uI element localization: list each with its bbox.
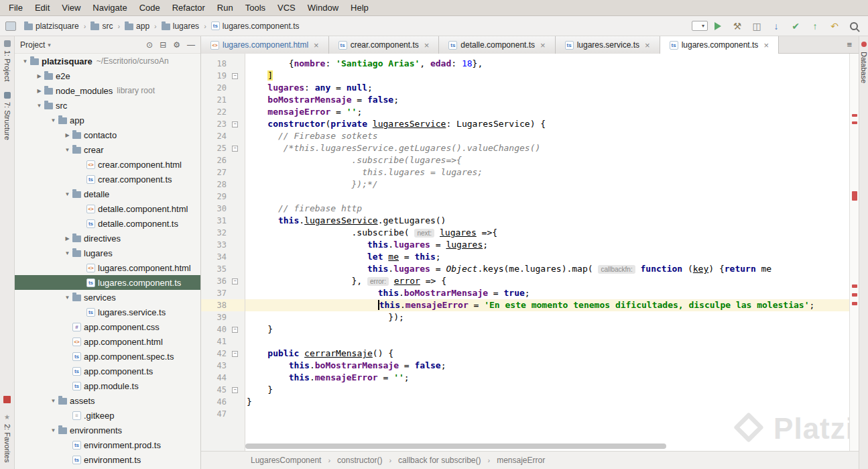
nav-vcs-update-icon[interactable]: ↓: [770, 20, 782, 32]
nav-open-recent-icon[interactable]: ◫: [751, 20, 763, 32]
nav-run-icon[interactable]: [712, 20, 724, 32]
tree-item-app[interactable]: ▼app: [15, 113, 200, 127]
gutter-line-22[interactable]: 22: [201, 106, 245, 118]
tree-item-platzisquare[interactable]: ▼platzisquare~/Escritorio/cursoAn: [15, 54, 200, 68]
fold-marker-icon[interactable]: −: [232, 387, 238, 393]
code-line-31[interactable]: this.lugaresService.getLugares(): [245, 215, 859, 227]
menu-item-tools[interactable]: Tools: [239, 0, 271, 15]
tab-lugares-component-html[interactable]: <>lugares.component.html×: [201, 36, 329, 54]
collapse-arrow-icon[interactable]: ▼: [48, 398, 58, 404]
tree-item-src[interactable]: ▼src: [15, 98, 200, 113]
tree-item-crear-component-ts[interactable]: tscrear.component.ts: [15, 172, 200, 187]
tree-item-detalle[interactable]: ▼detalle: [15, 187, 200, 201]
code-line-35[interactable]: this.lugares = Object.keys(me.lugares).m…: [245, 263, 859, 275]
code-line-29[interactable]: [245, 191, 859, 203]
code-line-38[interactable]: this.mensajeError = 'En este momento ten…: [245, 299, 859, 311]
menu-item-edit[interactable]: Edit: [29, 0, 56, 15]
code-line-23[interactable]: constructor(private lugaresService: Luga…: [245, 118, 859, 130]
gutter-line-25[interactable]: 25−: [201, 142, 245, 154]
gutter-line-31[interactable]: 31: [201, 215, 245, 227]
gutter-line-27[interactable]: 27: [201, 166, 245, 178]
collapse-arrow-icon[interactable]: ▼: [20, 58, 30, 64]
menu-item-window[interactable]: Window: [302, 0, 345, 15]
gutter-line-28[interactable]: 28: [201, 178, 245, 191]
breadcrumb-item-lugares-component-ts[interactable]: tslugares.component.ts: [208, 20, 302, 32]
code-line-32[interactable]: .subscribe( next: lugares =>{: [245, 227, 859, 239]
error-stripe[interactable]: [849, 54, 859, 451]
locate-icon[interactable]: ⊙: [146, 40, 153, 50]
tree-item-lugares[interactable]: ▼lugares: [15, 246, 200, 260]
gutter-line-39[interactable]: 39: [201, 311, 245, 323]
breadcrumb-item-lugares[interactable]: lugares: [159, 20, 202, 32]
code-line-41[interactable]: [245, 335, 859, 348]
gutter-line-41[interactable]: 41: [201, 335, 245, 348]
editor-breadcrumb-constructor-[interactable]: constructor(): [336, 455, 383, 466]
code-line-37[interactable]: this.boMostrarMensaje = true;: [245, 287, 859, 299]
code-line-47[interactable]: [245, 408, 859, 420]
code-line-26[interactable]: .subscribe(lugares=>{: [245, 154, 859, 166]
error-stripe-mark[interactable]: [852, 121, 857, 124]
menu-item-run[interactable]: Run: [211, 0, 239, 15]
collapse-all-icon[interactable]: ⊟: [160, 40, 166, 50]
expand-arrow-icon[interactable]: ▶: [34, 88, 44, 94]
horizontal-scrollbar-thumb[interactable]: [245, 444, 666, 449]
gutter-line-21[interactable]: 21: [201, 94, 245, 106]
fold-marker-icon[interactable]: −: [232, 73, 238, 79]
code-line-18[interactable]: {nombre: 'Santiago Arias', edad: 18},: [245, 58, 859, 70]
code-line-28[interactable]: });*/: [245, 178, 859, 191]
expand-arrow-icon[interactable]: ▶: [34, 73, 44, 79]
fold-marker-icon[interactable]: −: [232, 327, 238, 333]
tree-item-contacto[interactable]: ▶contacto: [15, 127, 200, 142]
code-line-36[interactable]: }, error: error => {: [245, 275, 859, 287]
tree-item-detalle-component-html[interactable]: <>detalle.component.html: [15, 201, 200, 216]
nav-vcs-commit-icon[interactable]: ✔: [790, 20, 802, 32]
code-line-27[interactable]: this.lugares = lugares;: [245, 166, 859, 178]
tree-item-node-modules[interactable]: ▶node_moduleslibrary root: [15, 83, 200, 98]
collapse-arrow-icon[interactable]: ▼: [62, 250, 72, 256]
editor-breadcrumb-mensajeerror[interactable]: mensajeError: [495, 455, 546, 466]
nav-rollback-icon[interactable]: ↶: [828, 20, 841, 32]
code-line-25[interactable]: /*this.lugaresService.getLugares().value…: [245, 142, 859, 154]
tree-item-assets[interactable]: ▼assets: [15, 393, 200, 408]
nav-vcs-push-icon[interactable]: ↑: [809, 20, 821, 32]
gutter-line-33[interactable]: 33: [201, 239, 245, 251]
collapse-arrow-icon[interactable]: ▼: [62, 147, 72, 153]
error-stripe-mark[interactable]: [852, 114, 857, 117]
error-stripe-mark[interactable]: [852, 191, 857, 201]
menu-item-vcs[interactable]: VCS: [271, 0, 302, 15]
expand-arrow-icon[interactable]: ▶: [62, 132, 72, 138]
tree-item-directives[interactable]: ▶directives: [15, 231, 200, 246]
gutter-line-35[interactable]: 35: [201, 263, 245, 275]
gutter-line-38[interactable]: 38: [201, 299, 245, 311]
gutter-line-44[interactable]: 44: [201, 372, 245, 384]
tree-item-services[interactable]: ▼services: [15, 290, 200, 305]
tab-close-icon[interactable]: ×: [763, 40, 769, 50]
gutter-line-29[interactable]: 29: [201, 191, 245, 203]
gutter-line-36[interactable]: 36−: [201, 275, 245, 287]
breadcrumb-item-src[interactable]: src: [88, 20, 115, 32]
gutter-line-34[interactable]: 34: [201, 251, 245, 263]
tree-item-detalle-component-ts[interactable]: tsdetalle.component.ts: [15, 216, 200, 231]
gutter-line-40[interactable]: 40−: [201, 323, 245, 335]
collapse-arrow-icon[interactable]: ▼: [62, 191, 72, 197]
breadcrumb-item-platzisquare[interactable]: platzisquare: [21, 20, 82, 32]
code-line-40[interactable]: }: [245, 323, 859, 335]
gutter-line-20[interactable]: 20: [201, 82, 245, 94]
nav-build-hammer-icon[interactable]: ⚒: [731, 20, 743, 32]
gutter-line-23[interactable]: 23−: [201, 118, 245, 130]
code-line-42[interactable]: public cerrarMensaje() {: [245, 348, 859, 360]
tree-item-app-component-spec-ts[interactable]: tsapp.component.spec.ts: [15, 349, 200, 364]
nav-search-everywhere-icon[interactable]: [848, 20, 860, 32]
code-line-20[interactable]: lugares: any = null;: [245, 82, 859, 94]
gutter-line-24[interactable]: 24: [201, 130, 245, 142]
tree-item-app-component-css[interactable]: #app.component.css: [15, 319, 200, 334]
menu-item-code[interactable]: Code: [133, 0, 166, 15]
code-line-30[interactable]: // firebase http: [245, 203, 859, 215]
tool-button-database[interactable]: Database: [860, 52, 868, 83]
tree-item-crear-component-html[interactable]: <>crear.component.html: [15, 157, 200, 172]
tool-button-favorites[interactable]: ★2: Favorites: [3, 414, 11, 462]
fold-marker-icon[interactable]: −: [232, 278, 238, 284]
collapse-arrow-icon[interactable]: ▼: [48, 427, 58, 433]
menu-item-refactor[interactable]: Refactor: [166, 0, 211, 15]
code-line-33[interactable]: this.lugares = lugares;: [245, 239, 859, 251]
